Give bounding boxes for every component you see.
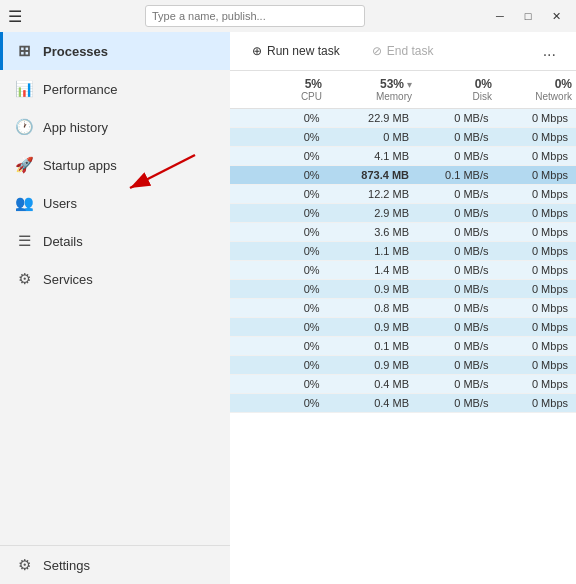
- cell-net: 0 Mbps: [493, 207, 573, 219]
- cell-mem: 1.1 MB: [324, 245, 413, 257]
- sidebar-item-users[interactable]: 👥 Users: [0, 184, 230, 222]
- cell-mem: 4.1 MB: [324, 150, 413, 162]
- cpu-header[interactable]: 5% CPU: [256, 75, 326, 104]
- sidebar-item-details[interactable]: ☰ Details: [0, 222, 230, 260]
- table-row[interactable]: 0% 4.1 MB 0 MB/s 0 Mbps: [230, 147, 576, 166]
- cell-mem: 3.6 MB: [324, 226, 413, 238]
- cell-disk: 0 MB/s: [413, 226, 493, 238]
- sidebar-label-settings: Settings: [43, 558, 90, 573]
- table-row[interactable]: 0% 0 MB 0 MB/s 0 Mbps: [230, 128, 576, 147]
- cell-mem: 1.4 MB: [324, 264, 413, 276]
- cell-mem: 0 MB: [324, 131, 413, 143]
- sidebar-label-processes: Processes: [43, 44, 108, 59]
- hamburger-icon[interactable]: ☰: [8, 7, 22, 26]
- cell-cpu: 0%: [254, 359, 324, 371]
- cell-net: 0 Mbps: [493, 340, 573, 352]
- sidebar-item-performance[interactable]: 📊 Performance: [0, 70, 230, 108]
- run-new-task-button[interactable]: ⊕ Run new task: [242, 40, 350, 62]
- cell-net: 0 Mbps: [493, 397, 573, 409]
- main-container: ⊞ Processes 📊 Performance 🕐 App history …: [0, 32, 576, 584]
- sidebar-item-settings[interactable]: ⚙ Settings: [0, 546, 230, 584]
- cell-cpu: 0%: [254, 302, 324, 314]
- cell-net: 0 Mbps: [493, 359, 573, 371]
- table-row[interactable]: 0% 0.8 MB 0 MB/s 0 Mbps: [230, 299, 576, 318]
- run-new-task-label: Run new task: [267, 44, 340, 58]
- cell-mem: 12.2 MB: [324, 188, 413, 200]
- minimize-button[interactable]: ─: [488, 4, 512, 28]
- sidebar-label-details: Details: [43, 234, 83, 249]
- cell-mem: 2.9 MB: [324, 207, 413, 219]
- network-header[interactable]: 0% Network: [496, 75, 576, 104]
- search-input[interactable]: [145, 5, 365, 27]
- table-row[interactable]: 0% 0.4 MB 0 MB/s 0 Mbps: [230, 394, 576, 413]
- cell-mem: 0.1 MB: [324, 340, 413, 352]
- sidebar-label-performance: Performance: [43, 82, 117, 97]
- sidebar-label-app-history: App history: [43, 120, 108, 135]
- cell-net: 0 Mbps: [493, 226, 573, 238]
- end-task-label: End task: [387, 44, 434, 58]
- cell-mem: 22.9 MB: [324, 112, 413, 124]
- table-row[interactable]: 0% 0.9 MB 0 MB/s 0 Mbps: [230, 356, 576, 375]
- cell-disk: 0 MB/s: [413, 112, 493, 124]
- table-row[interactable]: 0% 1.1 MB 0 MB/s 0 Mbps: [230, 242, 576, 261]
- cell-disk: 0 MB/s: [413, 340, 493, 352]
- disk-header[interactable]: 0% Disk: [416, 75, 496, 104]
- window-controls: ─ □ ✕: [488, 4, 568, 28]
- table-row[interactable]: 0% 0.4 MB 0 MB/s 0 Mbps: [230, 375, 576, 394]
- cell-disk: 0 MB/s: [413, 321, 493, 333]
- cell-cpu: 0%: [254, 245, 324, 257]
- table-row[interactable]: 0% 1.4 MB 0 MB/s 0 Mbps: [230, 261, 576, 280]
- end-task-button[interactable]: ⊘ End task: [362, 40, 444, 62]
- cell-cpu: 0%: [254, 188, 324, 200]
- cell-disk: 0 MB/s: [413, 378, 493, 390]
- table-row[interactable]: 0% 3.6 MB 0 MB/s 0 Mbps: [230, 223, 576, 242]
- sidebar-label-startup-apps: Startup apps: [43, 158, 117, 173]
- cell-mem: 0.9 MB: [324, 359, 413, 371]
- cell-net: 0 Mbps: [493, 150, 573, 162]
- more-options-button[interactable]: ...: [535, 38, 564, 64]
- cell-disk: 0 MB/s: [413, 188, 493, 200]
- cell-disk: 0 MB/s: [413, 131, 493, 143]
- cell-disk: 0 MB/s: [413, 245, 493, 257]
- table-row[interactable]: 0% 2.9 MB 0 MB/s 0 Mbps: [230, 204, 576, 223]
- sidebar-label-users: Users: [43, 196, 77, 211]
- cell-cpu: 0%: [254, 131, 324, 143]
- table-row[interactable]: 0% 0.1 MB 0 MB/s 0 Mbps: [230, 337, 576, 356]
- sidebar-item-app-history[interactable]: 🕐 App history: [0, 108, 230, 146]
- cell-mem: 873.4 MB: [324, 169, 413, 181]
- sidebar-item-processes[interactable]: ⊞ Processes: [0, 32, 230, 70]
- cell-mem: 0.4 MB: [324, 397, 413, 409]
- performance-icon: 📊: [15, 80, 33, 98]
- cell-disk: 0 MB/s: [413, 207, 493, 219]
- cell-mem: 0.9 MB: [324, 283, 413, 295]
- table-row[interactable]: 0% 12.2 MB 0 MB/s 0 Mbps: [230, 185, 576, 204]
- cell-net: 0 Mbps: [493, 321, 573, 333]
- cell-net: 0 Mbps: [493, 112, 573, 124]
- title-bar: ☰ ─ □ ✕: [0, 0, 576, 32]
- table-row[interactable]: 0% 873.4 MB 0.1 MB/s 0 Mbps: [230, 166, 576, 185]
- app-history-icon: 🕐: [15, 118, 33, 136]
- maximize-button[interactable]: □: [516, 4, 540, 28]
- processes-icon: ⊞: [15, 42, 33, 60]
- cell-cpu: 0%: [254, 397, 324, 409]
- cell-cpu: 0%: [254, 150, 324, 162]
- startup-apps-icon: 🚀: [15, 156, 33, 174]
- close-button[interactable]: ✕: [544, 4, 568, 28]
- cell-net: 0 Mbps: [493, 283, 573, 295]
- cell-disk: 0 MB/s: [413, 264, 493, 276]
- memory-header[interactable]: 53% ▾ Memory: [326, 75, 416, 104]
- sidebar-item-startup-apps[interactable]: 🚀 Startup apps: [0, 146, 230, 184]
- column-headers: 5% CPU 53% ▾ Memory 0% Disk 0% Network: [230, 71, 576, 109]
- settings-icon: ⚙: [15, 556, 33, 574]
- cell-cpu: 0%: [254, 321, 324, 333]
- process-table: 0% 22.9 MB 0 MB/s 0 Mbps 0% 0 MB 0 MB/s …: [230, 109, 576, 584]
- table-row[interactable]: 0% 22.9 MB 0 MB/s 0 Mbps: [230, 109, 576, 128]
- cell-cpu: 0%: [254, 112, 324, 124]
- sidebar-item-services[interactable]: ⚙ Services: [0, 260, 230, 298]
- sidebar-bottom: ⚙ Settings: [0, 545, 230, 584]
- cell-disk: 0 MB/s: [413, 359, 493, 371]
- table-row[interactable]: 0% 0.9 MB 0 MB/s 0 Mbps: [230, 318, 576, 337]
- table-row[interactable]: 0% 0.9 MB 0 MB/s 0 Mbps: [230, 280, 576, 299]
- content-area: ⊕ Run new task ⊘ End task ... 5% CPU 53%…: [230, 32, 576, 584]
- users-icon: 👥: [15, 194, 33, 212]
